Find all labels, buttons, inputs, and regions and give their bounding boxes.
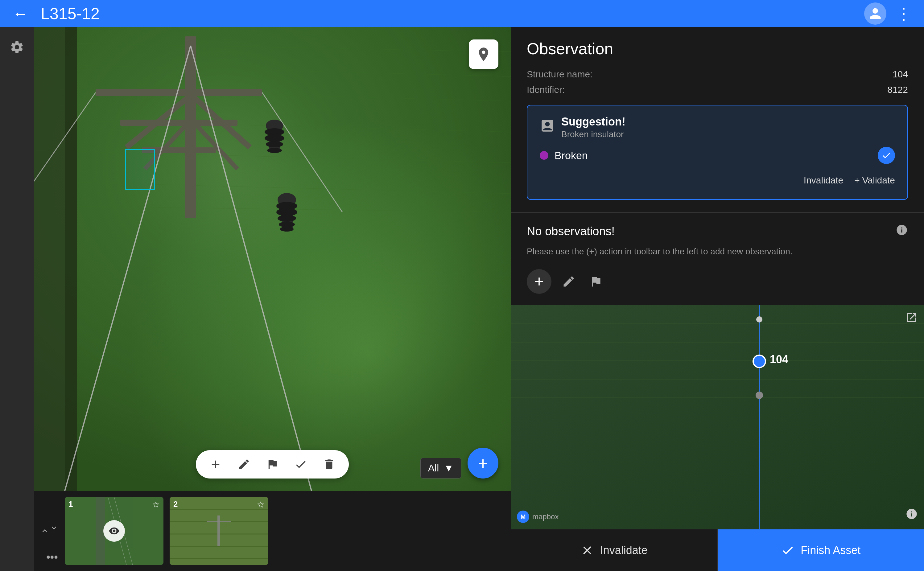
background-image <box>34 27 511 491</box>
map-mini-section[interactable]: 104 M mapbox <box>511 305 924 529</box>
mapbox-logo: M mapbox <box>517 511 559 523</box>
toolbar-add-button[interactable] <box>207 456 224 473</box>
svg-rect-10 <box>65 27 77 491</box>
user-avatar[interactable] <box>864 3 886 25</box>
finish-asset-label: Finish Asset <box>800 544 861 557</box>
app-header: ← L315-12 ⋮ <box>0 0 924 27</box>
validate-plus-icon: + <box>854 175 860 185</box>
svg-point-27 <box>266 141 283 147</box>
svg-point-28 <box>267 148 282 153</box>
thumbnail-1-number: 1 <box>68 500 73 509</box>
broken-label: Broken <box>555 150 878 162</box>
suggestion-text: Suggestion! Broken insulator <box>561 115 626 139</box>
structure-name-label: Structure name: <box>527 69 592 80</box>
broken-row: Broken <box>540 147 895 164</box>
no-obs-actions <box>527 269 908 294</box>
suggestion-title: Suggestion! <box>561 115 626 128</box>
flag-obs-button[interactable] <box>586 272 606 292</box>
bottom-action-bar: Invalidate Finish Asset <box>511 529 924 571</box>
thumbnail-2[interactable]: 2 ☆ <box>170 497 268 565</box>
thumbnail-1-eye[interactable] <box>104 520 125 542</box>
observation-title: Observation <box>527 40 908 58</box>
identifier-value: 8122 <box>887 85 908 95</box>
compass-button[interactable] <box>469 40 498 69</box>
svg-point-33 <box>278 215 296 222</box>
broken-color-dot <box>540 151 549 160</box>
suggestion-invalidate-button[interactable]: Invalidate <box>797 171 849 189</box>
svg-rect-12 <box>96 89 262 96</box>
map-route-line <box>759 305 760 529</box>
page-title: L315-12 <box>41 4 864 23</box>
invalidate-action-label: Invalidate <box>600 544 647 557</box>
thumbnail-2-image <box>170 497 268 565</box>
svg-point-35 <box>280 227 294 231</box>
map-background: 104 <box>511 305 924 529</box>
thumbnail-strip: 1 ☆ <box>34 491 511 571</box>
filter-dropdown[interactable]: All ▼ <box>420 458 461 478</box>
edit-obs-button[interactable] <box>559 272 579 292</box>
validate-label: Validate <box>862 175 895 185</box>
right-panel: Observation Structure name: 104 Identifi… <box>511 27 924 571</box>
menu-button[interactable]: ⋮ <box>896 4 912 23</box>
map-area: + All <box>34 27 511 571</box>
svg-point-26 <box>264 134 284 142</box>
svg-rect-1 <box>34 27 511 491</box>
map-node-label: 104 <box>770 353 788 366</box>
structure-name-value: 104 <box>893 69 908 80</box>
observation-section: Observation Structure name: 104 Identifi… <box>511 27 924 213</box>
suggestion-validate-button[interactable]: + Validate <box>854 175 895 185</box>
map-node-active <box>752 355 766 368</box>
structure-name-row: Structure name: 104 <box>527 69 908 80</box>
svg-point-34 <box>279 222 295 227</box>
thumbnail-2-number: 2 <box>173 500 178 509</box>
map-node-top <box>756 316 762 323</box>
info-icon[interactable] <box>896 224 908 239</box>
suggestion-card: Suggestion! Broken insulator Broken Inva… <box>527 105 908 200</box>
mapbox-label: mapbox <box>532 512 559 521</box>
mapbox-icon: M <box>517 511 529 523</box>
main-image[interactable]: + All <box>34 27 511 491</box>
left-sidebar <box>0 27 34 571</box>
svg-rect-48 <box>511 305 924 529</box>
filter-label: All <box>428 463 439 474</box>
fab-button[interactable]: + <box>468 448 498 478</box>
thumbnail-1[interactable]: 1 ☆ <box>65 497 164 565</box>
image-toolbar <box>196 450 349 478</box>
suggestion-actions: Invalidate + Validate <box>540 171 895 189</box>
settings-icon[interactable] <box>6 36 28 58</box>
scroll-up-button[interactable] <box>40 519 59 543</box>
suggestion-header: Suggestion! Broken insulator <box>540 115 895 139</box>
no-obs-title: No observations! <box>527 225 615 238</box>
back-button[interactable]: ← <box>12 6 28 22</box>
finish-asset-button[interactable]: Finish Asset <box>718 529 924 571</box>
svg-rect-46 <box>218 515 220 546</box>
broken-check[interactable] <box>878 147 895 164</box>
identifier-label: Identifier: <box>527 85 565 95</box>
toolbar-check-button[interactable] <box>292 456 309 473</box>
thumbnail-1-star[interactable]: ☆ <box>152 500 160 510</box>
more-options-button[interactable]: ••• <box>46 551 58 563</box>
thumbnail-2-star[interactable]: ☆ <box>257 500 264 510</box>
map-info-button[interactable] <box>905 508 918 523</box>
suggestion-icon <box>540 118 555 137</box>
main-content: + All <box>0 27 924 571</box>
toolbar-edit-button[interactable] <box>235 456 253 473</box>
no-obs-description: Please use the (+) action in toolbar to … <box>527 245 908 258</box>
map-node-bottom <box>756 392 763 399</box>
no-obs-header: No observations! <box>527 224 908 239</box>
no-observations-section: No observations! Please use the (+) acti… <box>511 213 924 305</box>
identifier-row: Identifier: 8122 <box>527 85 908 95</box>
selection-box <box>125 149 155 190</box>
toolbar-flag-button[interactable] <box>264 456 281 473</box>
suggestion-subtitle: Broken insulator <box>561 130 626 139</box>
dropdown-icon: ▼ <box>444 463 454 474</box>
toolbar-delete-button[interactable] <box>320 456 338 473</box>
add-obs-button[interactable] <box>527 269 552 294</box>
map-expand-button[interactable] <box>905 312 918 327</box>
map-svg <box>511 305 924 529</box>
invalidate-action-button[interactable]: Invalidate <box>511 529 718 571</box>
